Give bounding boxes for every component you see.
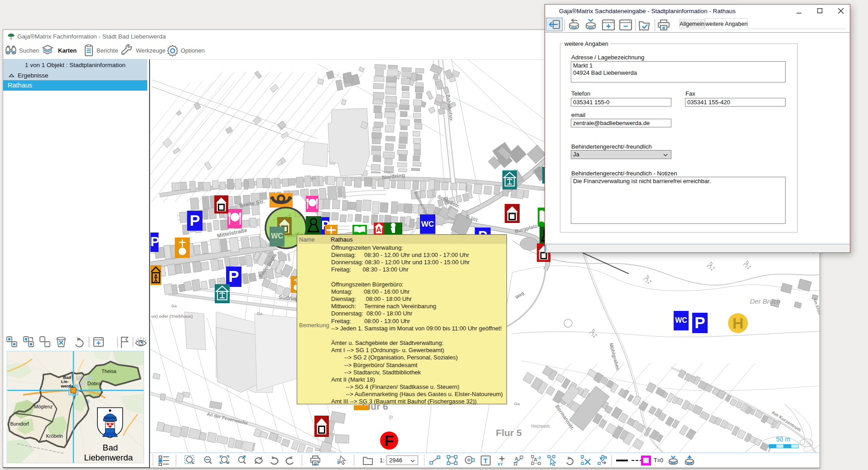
svg-text:XY: XY bbox=[497, 462, 503, 466]
svg-text:Ga: Ga bbox=[315, 447, 321, 452]
svg-text:Mühlgraben: Mühlgraben bbox=[608, 342, 621, 371]
svg-text:Liebenwerda: Liebenwerda bbox=[84, 453, 133, 462]
svg-text:A: A bbox=[534, 457, 537, 462]
svg-text:P: P bbox=[389, 414, 393, 421]
svg-text:werda: werda bbox=[61, 383, 74, 388]
svg-text:Am Elste: Am Elste bbox=[812, 297, 820, 315]
svg-text:-2: -2 bbox=[537, 455, 541, 460]
svg-text:Flur 5: Flur 5 bbox=[496, 427, 521, 438]
svg-text:Möglenz: Möglenz bbox=[34, 404, 53, 409]
svg-text:An der Feuerwache: An der Feuerwache bbox=[207, 412, 249, 426]
svg-text:Ge: Ge bbox=[310, 176, 316, 180]
svg-text:Der Bruch: Der Bruch bbox=[750, 297, 781, 305]
svg-text:Theisa: Theisa bbox=[101, 368, 117, 374]
svg-text:Bad: Bad bbox=[103, 443, 118, 452]
svg-text:Kröbeln: Kröbeln bbox=[46, 433, 63, 439]
svg-text:Dobra: Dobra bbox=[87, 381, 101, 386]
svg-text:Ga: Ga bbox=[171, 304, 177, 308]
svg-text:i: i bbox=[337, 458, 339, 465]
svg-text:Ga: Ga bbox=[257, 311, 263, 316]
svg-text:Ga: Ga bbox=[514, 402, 520, 406]
svg-text:T: T bbox=[483, 457, 487, 465]
svg-text:Burxdorf: Burxdorf bbox=[10, 421, 29, 426]
svg-text:Heizwerk: Heizwerk bbox=[531, 424, 550, 429]
svg-text:Weg: Weg bbox=[514, 291, 525, 300]
svg-text:us) oder (Treibhaus): us) oder (Treibhaus) bbox=[151, 314, 193, 319]
svg-text:(Seni: (Seni bbox=[532, 169, 542, 173]
